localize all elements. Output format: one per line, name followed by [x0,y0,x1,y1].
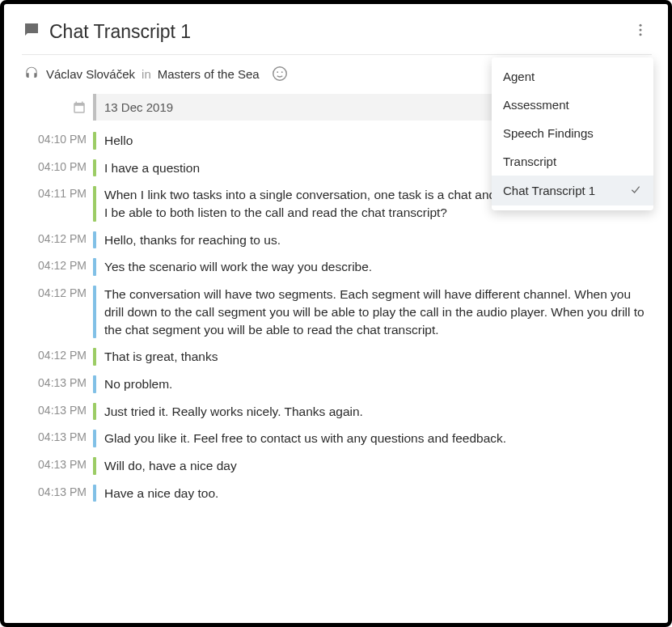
dropdown-item[interactable]: Agent [492,62,653,91]
message-time: 04:13 PM [22,375,93,392]
message-row: 04:12 PMYes the scenario will work the w… [22,258,652,276]
message-time: 04:13 PM [22,430,93,446]
message-row: 04:12 PMHello, thanks for reaching to us… [22,231,652,249]
message-time: 04:10 PM [22,132,93,148]
dropdown-item-label: Speech Findings [503,126,594,140]
svg-point-0 [640,24,642,27]
queue-name: Masters of the Sea [158,67,260,81]
customer-marker [93,403,96,421]
customer-marker [93,159,96,177]
message-text: That is great, thanks [104,348,652,366]
message-text: The conversation will have two segments.… [104,286,652,338]
agent-marker [93,485,96,502]
message-time: 04:10 PM [22,159,93,176]
check-icon [629,183,642,198]
customer-marker [93,348,96,366]
more-vertical-icon [632,22,649,41]
message-time: 04:12 PM [22,286,93,302]
message-time: 04:13 PM [22,403,93,419]
message-text: Yes the scenario will work the way you d… [104,258,652,276]
svg-point-1 [640,29,642,32]
message-time: 04:12 PM [22,231,93,248]
svg-point-5 [281,71,282,73]
view-dropdown[interactable]: AgentAssessmentSpeech FindingsTranscript… [492,57,653,210]
message-row: 04:12 PMThat is great, thanks [22,348,652,366]
chat-icon [22,20,41,43]
dropdown-item-label: Transcript [503,155,556,168]
page-title: Chat Transcript 1 [49,21,191,43]
customer-marker [93,186,96,221]
agent-name: Václav Slováček [46,67,135,81]
message-text: Hello, thanks for reaching to us. [104,231,652,249]
customer-marker [93,457,96,475]
header-left: Chat Transcript 1 [22,20,191,43]
message-row: 04:13 PMGlad you like it. Feel free to c… [22,430,652,447]
message-text: Will do, have a nice day [104,457,652,475]
message-text: No problem. [104,375,652,393]
message-row: 04:13 PMJust tried it. Really works nice… [22,403,652,421]
app-inner: Chat Transcript 1 Václav Slováček in Mas… [4,4,668,516]
dropdown-item-label: Chat Transcript 1 [503,184,595,197]
message-text: Have a nice day too. [104,485,652,502]
message-row: 04:12 PMThe conversation will have two s… [22,286,652,338]
anonymous-customer-icon [271,65,289,83]
message-row: 04:13 PMHave a nice day too. [22,485,652,502]
app-frame: Chat Transcript 1 Václav Slováček in Mas… [0,0,672,627]
message-row: 04:13 PMNo problem. [22,375,652,393]
agent-marker [93,231,96,249]
agent-marker [93,430,96,447]
message-row: 04:13 PMWill do, have a nice day [22,457,652,475]
dropdown-item[interactable]: Speech Findings [492,119,653,147]
agent-in-word: in [142,67,151,81]
svg-point-3 [273,67,286,81]
agent-marker [93,286,96,338]
svg-point-4 [277,71,278,73]
calendar-icon [62,94,93,121]
message-time: 04:13 PM [22,485,93,501]
customer-marker [93,132,96,150]
dropdown-item[interactable]: Transcript [492,147,653,176]
headset-icon [23,66,40,82]
agent-marker [93,375,96,393]
message-text: Just tried it. Really works nicely. Than… [104,403,652,421]
dropdown-item-label: Agent [503,70,535,83]
dropdown-item[interactable]: Assessment [492,91,653,119]
dropdown-item-label: Assessment [503,98,569,112]
message-text: Glad you like it. Feel free to contact u… [104,430,652,447]
svg-point-2 [640,33,642,36]
message-time: 04:12 PM [22,258,93,274]
message-time: 04:11 PM [22,186,93,202]
dropdown-item[interactable]: Chat Transcript 1 [492,176,653,205]
message-time: 04:12 PM [22,348,93,364]
header: Chat Transcript 1 [22,19,652,55]
more-menu-button[interactable] [629,20,652,43]
message-time: 04:13 PM [22,457,93,473]
agent-marker [93,258,96,276]
